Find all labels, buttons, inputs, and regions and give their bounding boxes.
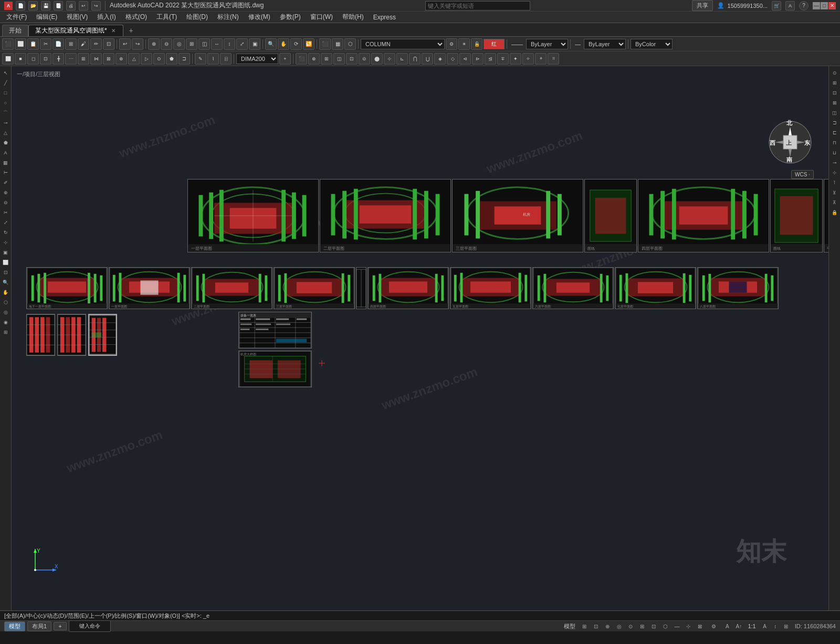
osnap-toggle[interactable]: ⊙ (626, 621, 635, 631)
lt-modify6[interactable]: ↻ (1, 228, 10, 237)
rt-btn-9[interactable]: ⊔ (830, 148, 839, 157)
tb-btn-27[interactable]: ⬡ (344, 38, 356, 50)
rt-btn-13[interactable]: ⊻ (830, 188, 839, 197)
sheet-mid-4[interactable]: 三层平面图 (274, 267, 355, 309)
save-btn[interactable]: 💾 (41, 1, 50, 10)
rt-btn-11[interactable]: ⊹ (830, 168, 839, 177)
tb2-btn-21[interactable]: ⊕ (308, 53, 320, 65)
lt-render[interactable]: ◉ (1, 318, 10, 327)
menu-file[interactable]: 文件(F) (2, 12, 31, 23)
tab-close-icon[interactable]: ✕ (110, 28, 117, 34)
rt-btn-6[interactable]: ⊐ (830, 118, 839, 128)
sheet-top-2[interactable]: 二层平面图 (320, 179, 451, 252)
menu-insert[interactable]: 插入(I) (93, 12, 120, 23)
tab-active[interactable]: 某大型医院通风空调图纸* ✕ (28, 25, 123, 36)
rt-btn-12[interactable]: ⊺ (830, 178, 839, 187)
lt-select[interactable]: ↖ (1, 68, 10, 78)
tb-btn-2[interactable]: ⬜ (15, 38, 26, 50)
grid-toggle[interactable]: ⊞ (580, 621, 589, 631)
qp-toggle[interactable]: ⊹ (684, 621, 693, 631)
tb-btn-10[interactable]: ↩ (119, 38, 131, 50)
linetype1-dropdown[interactable]: ByLayer (526, 39, 568, 49)
lineweight-dropdown[interactable]: ByLayer (584, 39, 626, 49)
lt-snap[interactable]: ⊡ (1, 268, 10, 277)
tb-btn-7[interactable]: 🖌 (78, 38, 89, 50)
tb2-btn-39[interactable]: ⌖ (535, 53, 547, 65)
tb-btn-3[interactable]: 📋 (27, 38, 39, 50)
tb2-btn-32[interactable]: ◇ (447, 53, 458, 65)
sheet-schedule-1[interactable]: 设备一览表 (238, 312, 312, 349)
tb2-btn-6[interactable]: ⋯ (65, 53, 77, 65)
tb-btn-1[interactable]: ⬛ (2, 38, 14, 50)
tb-btn-15[interactable]: ⊞ (186, 38, 197, 50)
print-btn[interactable]: 🖨 (66, 1, 76, 10)
tb2-btn-28[interactable]: ⊾ (396, 53, 408, 65)
lt-draw5[interactable]: ⊸ (1, 118, 10, 128)
polar-toggle[interactable]: ◎ (614, 621, 624, 631)
tb-btn-23[interactable]: ⟳ (290, 38, 302, 50)
tb2-btn-11[interactable]: △ (128, 53, 140, 65)
tb2-btn-29[interactable]: ⋂ (409, 53, 421, 65)
tb2-btn-14[interactable]: ⬟ (166, 53, 177, 65)
menu-param[interactable]: 参数(P) (276, 12, 305, 23)
sheet-top-6[interactable]: 图纸 (770, 179, 823, 252)
new-file-btn[interactable]: 📄 (16, 1, 25, 10)
lt-draw1[interactable]: ╱ (1, 78, 10, 88)
tb2-btn-15[interactable]: ⊐ (178, 53, 190, 65)
rt-btn-3[interactable]: ⊡ (830, 88, 839, 98)
store-icon[interactable]: 🛒 (772, 1, 781, 10)
menu-express[interactable]: Express (369, 13, 400, 22)
tb-btn-20[interactable]: ▣ (249, 38, 260, 50)
tb2-btn-19[interactable]: + (279, 53, 291, 65)
rt-btn-5[interactable]: ◫ (830, 108, 839, 118)
undo-btn[interactable]: ↩ (79, 1, 88, 10)
lt-layer[interactable]: ⬜ (1, 258, 10, 267)
sheet-detail-1[interactable]: 机房大样图 (238, 351, 312, 387)
rt-btn-8[interactable]: ⊓ (830, 138, 839, 147)
tb2-btn-18[interactable]: ⌸ (220, 53, 232, 65)
rt-btn-2[interactable]: ⊞ (830, 78, 839, 88)
lt-modify8[interactable]: ▣ (1, 248, 10, 257)
sheet-top-4[interactable]: 图纸 (584, 179, 637, 252)
zoom-out-btn[interactable]: A (722, 621, 732, 631)
open-btn[interactable]: 📂 (28, 1, 38, 10)
tb-btn-17[interactable]: ↔ (211, 38, 223, 50)
tb2-btn-36[interactable]: ∓ (497, 53, 509, 65)
tb2-btn-5[interactable]: ╋ (52, 53, 64, 65)
ducs-toggle[interactable]: ⊡ (649, 621, 658, 631)
rt-btn-4[interactable]: ⊠ (830, 98, 839, 108)
sheet-mid-1[interactable]: 地下一层平面图 (26, 267, 108, 309)
lt-view[interactable]: ◎ (1, 308, 10, 317)
zoom-in-btn[interactable]: A↑ (734, 621, 743, 631)
tb2-btn-38[interactable]: ✧ (522, 53, 534, 65)
tb2-btn-2[interactable]: ■ (15, 53, 26, 65)
tb-btn-12[interactable]: ⊕ (148, 38, 160, 50)
status-tab-model[interactable]: 模型 (4, 621, 25, 631)
menu-help[interactable]: 帮助(H) (338, 12, 368, 23)
status-tab-layout1[interactable]: 布局1 (27, 621, 51, 631)
lt-text[interactable]: A (1, 148, 10, 157)
maximize-button[interactable]: □ (821, 2, 828, 9)
tb2-btn-1[interactable]: ⬜ (2, 53, 14, 65)
sheet-mid-8[interactable]: 七层平面图 (615, 267, 696, 309)
tb2-btn-27[interactable]: ⊹ (384, 53, 395, 65)
rt-btn-7[interactable]: ⊏ (830, 128, 839, 138)
lt-modify3[interactable]: ⊖ (1, 198, 10, 207)
settings-btn[interactable]: ⚙ (709, 621, 718, 631)
tb2-btn-24[interactable]: ⊡ (346, 53, 358, 65)
sheet-mid-3[interactable]: 二层平面图 (191, 267, 272, 309)
snap-toggle[interactable]: ⊡ (591, 621, 601, 631)
sheet-bot-2[interactable] (57, 314, 86, 356)
tb2-btn-37[interactable]: ✦ (510, 53, 521, 65)
tb-btn-22[interactable]: ✋ (278, 38, 289, 50)
layer-settings-btn[interactable]: ⚙ (446, 38, 457, 50)
lt-snap2[interactable]: ⊞ (1, 328, 10, 337)
sheet-mid-5[interactable]: 四层平面图 (368, 267, 449, 309)
tb2-btn-34[interactable]: ⊳ (472, 53, 484, 65)
tb2-btn-17[interactable]: ⌇ (207, 53, 219, 65)
sheet-top-7[interactable]: 平面图 (824, 179, 828, 252)
sheet-top-1[interactable]: 一层平面图 (187, 179, 319, 252)
tb2-btn-31[interactable]: ◈ (434, 53, 446, 65)
sc-toggle[interactable]: ⊠ (695, 621, 705, 631)
menu-view[interactable]: 视图(V) (62, 12, 92, 23)
